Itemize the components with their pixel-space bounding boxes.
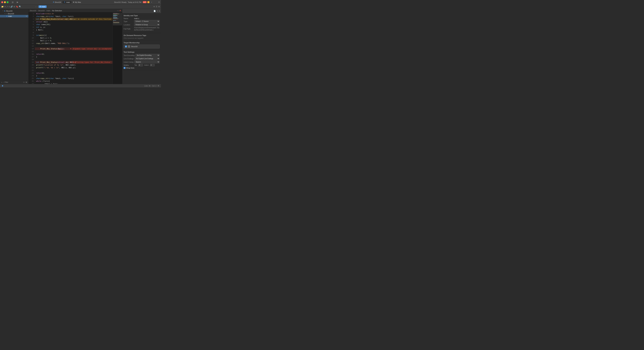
tab-filename: main bbox=[66, 1, 70, 3]
breadcrumb-forward-icon[interactable]: › bbox=[118, 10, 119, 12]
code-line-19: int Print_Obj_Status(struct obj OBJ) { ⊗… bbox=[35, 61, 113, 64]
grid-icon[interactable]: ⊞ bbox=[26, 81, 27, 83]
name-value: main.c bbox=[134, 18, 139, 19]
code-line-14: Print_Obj_Status(Ball); ⊗ Argument type … bbox=[35, 47, 113, 50]
related-files-icon[interactable]: ⊕ bbox=[154, 6, 155, 8]
code-line-6: int x, y; bbox=[35, 26, 113, 29]
breadcrumb-selection[interactable]: No Selection bbox=[52, 10, 62, 12]
settings-icon[interactable]: ⚙ bbox=[14, 6, 15, 8]
mini-line-14 bbox=[113, 19, 118, 20]
code-line-4: struct obj{ bbox=[35, 21, 113, 23]
breadcrumb-error-icon: ⊗ bbox=[120, 10, 121, 12]
maximize-button[interactable] bbox=[7, 1, 8, 3]
close-panel-icon[interactable]: ✕ bbox=[4, 6, 6, 8]
error-count: ⊗ 2 bbox=[142, 1, 147, 3]
ln-19: 19 bbox=[28, 61, 34, 64]
encoding-label: Text Encoding bbox=[124, 54, 134, 56]
breadcrumb-struct16-2[interactable]: Struct16 bbox=[38, 10, 45, 12]
add-icon[interactable]: + bbox=[1, 81, 2, 83]
target-membership-section: Target Membership ✓ Struct16 bbox=[122, 41, 161, 50]
ln-15: 15 bbox=[28, 50, 34, 53]
text-settings-section: Text Settings Text Encoding No Explicit … bbox=[122, 50, 161, 70]
mini-line-19 bbox=[113, 22, 119, 22]
resource-tags-section: On Demand Resource Tags Only resources a… bbox=[122, 33, 161, 41]
code-editor[interactable]: 1 2 3 4 5 6 7 8 9 10 11 12 13 14 15 16 1 bbox=[28, 12, 122, 84]
ln-2: 2 bbox=[28, 15, 34, 18]
active-tab[interactable]: C main bbox=[62, 1, 72, 4]
ln-3: 3 bbox=[28, 18, 34, 21]
list-view-icon[interactable]: ☰ bbox=[156, 6, 157, 8]
panel-toggle-icon[interactable]: ⊟ bbox=[158, 1, 160, 3]
code-line-13 bbox=[35, 45, 113, 47]
code-line-26: while (*src){ bbox=[35, 80, 113, 83]
breadcrumb-sep-3: › bbox=[51, 10, 52, 12]
location-select[interactable]: Relative to Group bbox=[134, 23, 160, 26]
target-app-icon bbox=[128, 45, 130, 48]
sidebar-item-main-c[interactable]: C main M bbox=[0, 15, 28, 18]
code-line-16: return 0; bbox=[35, 53, 113, 56]
current-file-tab[interactable]: C main bbox=[38, 6, 46, 8]
code-line-25: char copy_str(char *dest, char *src){ bbox=[35, 77, 113, 80]
indent-select[interactable]: Spaces bbox=[134, 61, 160, 63]
code-content[interactable]: #include <stdio.h> char copy_str(char *d… bbox=[35, 12, 113, 84]
code-line-11: Ball.y = 4; bbox=[35, 39, 113, 42]
code-line-3: int Print_Obj_Status(struct obj OBJ); ⚠ … bbox=[35, 18, 113, 21]
main-toolbar: 📁 ✕ ⤢ ≡ 🔗 ⚙ 🔖 🔍 ‹ › C main ⊕ ☰ ⊞ bbox=[0, 5, 161, 9]
sidebar-item-struct16-group[interactable]: ▾ ▸ Struct16 bbox=[0, 12, 28, 15]
breadcrumb-main[interactable]: main bbox=[46, 10, 50, 12]
breadcrumb-struct16[interactable]: Struct16 bbox=[30, 10, 36, 12]
split-editor-icon[interactable]: ⊞ bbox=[158, 85, 159, 87]
add-tab-button[interactable]: + bbox=[151, 1, 152, 3]
right-toolbar: ⊕ ☰ ⊞ bbox=[121, 6, 160, 8]
tab-width-input[interactable] bbox=[138, 64, 143, 66]
hierarchy-icon[interactable]: ≡ bbox=[9, 6, 10, 8]
mini-line-21 bbox=[113, 23, 119, 23]
sidebar-toggle-icon[interactable]: ⊞ bbox=[12, 1, 14, 4]
breadcrumb-back-icon[interactable]: ‹ bbox=[117, 10, 118, 12]
nav-forward-icon[interactable]: › bbox=[37, 6, 38, 8]
sidebar-item-struct16-root[interactable]: ▾ A Struct16 bbox=[0, 10, 28, 12]
code-line-10: Ball.x = 3; bbox=[35, 37, 113, 39]
titlebar-right: Struct16: Ready Today at 9:41 PM ⊗ 2 1 + bbox=[114, 1, 152, 3]
search-icon[interactable]: 🔍 bbox=[19, 6, 21, 8]
panel-refresh-icon[interactable]: ↻ bbox=[157, 10, 158, 12]
target-checkbox[interactable]: ✓ bbox=[125, 46, 127, 47]
error-dot-icon: ⊗ bbox=[144, 1, 145, 3]
ln-14: 14 bbox=[28, 47, 34, 50]
indent-width-input[interactable] bbox=[150, 64, 155, 66]
panel-file-icon[interactable]: 📄 bbox=[154, 10, 156, 12]
wrap-lines-checkbox[interactable]: ✓ bbox=[124, 67, 126, 69]
link-icon[interactable]: 🔗 bbox=[10, 6, 13, 8]
mac-icon: 🖥 bbox=[73, 1, 74, 3]
panel-info-icon[interactable]: ℹ bbox=[159, 10, 160, 12]
filter-label: Filter bbox=[4, 81, 8, 83]
status-text: Struct16: Ready bbox=[114, 1, 126, 3]
warning-icon[interactable]: ⚠ bbox=[23, 81, 25, 83]
expand-icon[interactable]: ⤢ bbox=[6, 6, 8, 8]
mini-line-7 bbox=[113, 16, 116, 16]
warning-dot-icon: ⚠ bbox=[40, 18, 41, 21]
name-label: Name bbox=[124, 18, 133, 19]
line-endings-select[interactable]: No Explicit Line Endings bbox=[135, 57, 160, 60]
type-select[interactable]: Default - C Source bbox=[134, 20, 160, 23]
nav-back-icon[interactable]: ‹ bbox=[36, 6, 36, 8]
inspector-icon[interactable]: ⊞ bbox=[158, 6, 160, 8]
titlebar: ⊞ ▶ A Struct16 C main 🖥 My Mac Struct16:… bbox=[0, 0, 161, 5]
folder-icon[interactable]: 📁 bbox=[1, 6, 4, 8]
warning-msg-3: ⚠ Declaration of 'struct obj' will not b… bbox=[40, 18, 112, 21]
code-line-23: return 0; bbox=[35, 72, 113, 74]
error-text-14: Argument type 'struct obj' is incomplete bbox=[72, 47, 112, 50]
bookmark-icon[interactable]: 🔖 bbox=[16, 6, 18, 8]
traffic-lights bbox=[1, 1, 8, 3]
close-button[interactable] bbox=[1, 1, 3, 3]
tab-label: main bbox=[42, 6, 46, 8]
minimize-button[interactable] bbox=[4, 1, 6, 3]
error-badge: ⊗ 2 1 bbox=[142, 1, 150, 3]
line-endings-row: Line Endings No Explicit Line Endings bbox=[124, 57, 160, 60]
target-membership-title: Target Membership bbox=[124, 42, 160, 44]
folder-group-icon: ▸ bbox=[6, 13, 7, 15]
encoding-select[interactable]: No Explicit Encoding bbox=[136, 54, 160, 57]
breadcrumb-sep-1: › bbox=[37, 10, 38, 12]
play-icon[interactable]: ▶ bbox=[17, 1, 18, 3]
full-path-row: Full Path /Users/leejaeyoon/Downloads/C … bbox=[124, 27, 160, 31]
